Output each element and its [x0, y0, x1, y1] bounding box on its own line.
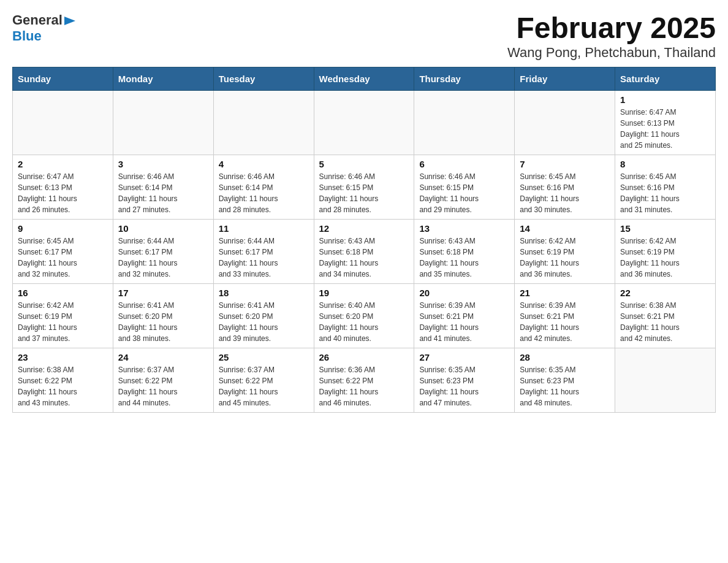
- calendar-day-cell: [213, 90, 314, 155]
- calendar-table: SundayMondayTuesdayWednesdayThursdayFrid…: [12, 67, 716, 413]
- day-info: Sunrise: 6:45 AM Sunset: 6:16 PM Dayligh…: [620, 171, 710, 215]
- day-info: Sunrise: 6:35 AM Sunset: 6:23 PM Dayligh…: [520, 364, 610, 408]
- day-info: Sunrise: 6:43 AM Sunset: 6:18 PM Dayligh…: [419, 236, 509, 280]
- calendar-week-row: 16Sunrise: 6:42 AM Sunset: 6:19 PM Dayli…: [13, 283, 716, 348]
- day-number: 12: [319, 223, 409, 234]
- day-info: Sunrise: 6:36 AM Sunset: 6:22 PM Dayligh…: [319, 364, 409, 408]
- calendar-day-cell: [13, 90, 113, 155]
- day-info: Sunrise: 6:40 AM Sunset: 6:20 PM Dayligh…: [319, 300, 409, 344]
- day-number: 17: [118, 288, 208, 298]
- calendar-day-cell: [615, 348, 716, 412]
- calendar-day-cell: [113, 90, 213, 155]
- day-number: 6: [419, 159, 509, 169]
- day-number: 26: [319, 352, 409, 362]
- day-number: 23: [18, 352, 108, 362]
- calendar-header-cell: Wednesday: [314, 67, 414, 90]
- calendar-day-cell: 25Sunrise: 6:37 AM Sunset: 6:22 PM Dayli…: [213, 348, 314, 412]
- day-info: Sunrise: 6:44 AM Sunset: 6:17 PM Dayligh…: [118, 236, 208, 280]
- calendar-day-cell: 10Sunrise: 6:44 AM Sunset: 6:17 PM Dayli…: [113, 219, 213, 283]
- logo-general-text: General: [12, 12, 63, 28]
- page-title: February 2025: [507, 12, 716, 45]
- day-number: 13: [419, 223, 509, 234]
- calendar-day-cell: 16Sunrise: 6:42 AM Sunset: 6:19 PM Dayli…: [13, 283, 113, 348]
- calendar-header-cell: Saturday: [615, 67, 716, 90]
- day-info: Sunrise: 6:39 AM Sunset: 6:21 PM Dayligh…: [419, 300, 509, 344]
- calendar-day-cell: 23Sunrise: 6:38 AM Sunset: 6:22 PM Dayli…: [13, 348, 113, 412]
- day-number: 8: [620, 159, 710, 169]
- calendar-day-cell: 7Sunrise: 6:45 AM Sunset: 6:16 PM Daylig…: [515, 155, 615, 219]
- calendar-day-cell: 5Sunrise: 6:46 AM Sunset: 6:15 PM Daylig…: [314, 155, 414, 219]
- calendar-day-cell: 24Sunrise: 6:37 AM Sunset: 6:22 PM Dayli…: [113, 348, 213, 412]
- calendar-day-cell: 8Sunrise: 6:45 AM Sunset: 6:16 PM Daylig…: [615, 155, 716, 219]
- calendar-header-cell: Thursday: [414, 67, 515, 90]
- calendar-week-row: 2Sunrise: 6:47 AM Sunset: 6:13 PM Daylig…: [13, 155, 716, 219]
- logo-blue-text: Blue: [12, 28, 42, 44]
- svg-marker-0: [64, 17, 75, 25]
- day-info: Sunrise: 6:38 AM Sunset: 6:22 PM Dayligh…: [18, 364, 108, 408]
- day-info: Sunrise: 6:45 AM Sunset: 6:16 PM Dayligh…: [520, 171, 610, 215]
- calendar-week-row: 23Sunrise: 6:38 AM Sunset: 6:22 PM Dayli…: [13, 348, 716, 412]
- calendar-day-cell: 27Sunrise: 6:35 AM Sunset: 6:23 PM Dayli…: [414, 348, 515, 412]
- day-info: Sunrise: 6:47 AM Sunset: 6:13 PM Dayligh…: [18, 171, 108, 215]
- day-info: Sunrise: 6:42 AM Sunset: 6:19 PM Dayligh…: [620, 236, 710, 280]
- day-number: 25: [219, 352, 309, 362]
- day-info: Sunrise: 6:46 AM Sunset: 6:14 PM Dayligh…: [118, 171, 208, 215]
- calendar-day-cell: 4Sunrise: 6:46 AM Sunset: 6:14 PM Daylig…: [213, 155, 314, 219]
- calendar-header-row: SundayMondayTuesdayWednesdayThursdayFrid…: [13, 67, 716, 90]
- day-info: Sunrise: 6:46 AM Sunset: 6:15 PM Dayligh…: [419, 171, 509, 215]
- calendar-day-cell: 22Sunrise: 6:38 AM Sunset: 6:21 PM Dayli…: [615, 283, 716, 348]
- day-info: Sunrise: 6:47 AM Sunset: 6:13 PM Dayligh…: [620, 107, 710, 151]
- calendar-day-cell: 21Sunrise: 6:39 AM Sunset: 6:21 PM Dayli…: [515, 283, 615, 348]
- calendar-header-cell: Monday: [113, 67, 213, 90]
- day-info: Sunrise: 6:42 AM Sunset: 6:19 PM Dayligh…: [18, 300, 108, 344]
- calendar-day-cell: 26Sunrise: 6:36 AM Sunset: 6:22 PM Dayli…: [314, 348, 414, 412]
- calendar-header-cell: Friday: [515, 67, 615, 90]
- day-number: 24: [118, 352, 208, 362]
- page-header: General Blue February 2025 Wang Pong, Ph…: [12, 12, 716, 61]
- day-info: Sunrise: 6:41 AM Sunset: 6:20 PM Dayligh…: [219, 300, 309, 344]
- calendar-day-cell: 13Sunrise: 6:43 AM Sunset: 6:18 PM Dayli…: [414, 219, 515, 283]
- title-area: February 2025 Wang Pong, Phetchabun, Tha…: [507, 12, 716, 61]
- calendar-day-cell: 15Sunrise: 6:42 AM Sunset: 6:19 PM Dayli…: [615, 219, 716, 283]
- calendar-day-cell: [314, 90, 414, 155]
- day-number: 7: [520, 159, 610, 169]
- page-subtitle: Wang Pong, Phetchabun, Thailand: [507, 45, 716, 61]
- calendar-day-cell: 17Sunrise: 6:41 AM Sunset: 6:20 PM Dayli…: [113, 283, 213, 348]
- calendar-header-cell: Sunday: [13, 67, 113, 90]
- calendar-header-cell: Tuesday: [213, 67, 314, 90]
- calendar-day-cell: 12Sunrise: 6:43 AM Sunset: 6:18 PM Dayli…: [314, 219, 414, 283]
- day-number: 14: [520, 223, 610, 234]
- day-info: Sunrise: 6:46 AM Sunset: 6:14 PM Dayligh…: [219, 171, 309, 215]
- day-number: 27: [419, 352, 509, 362]
- day-number: 20: [419, 288, 509, 298]
- logo: General Blue: [12, 12, 77, 44]
- day-number: 1: [620, 94, 710, 105]
- day-info: Sunrise: 6:37 AM Sunset: 6:22 PM Dayligh…: [219, 364, 309, 408]
- calendar-day-cell: 14Sunrise: 6:42 AM Sunset: 6:19 PM Dayli…: [515, 219, 615, 283]
- day-info: Sunrise: 6:43 AM Sunset: 6:18 PM Dayligh…: [319, 236, 409, 280]
- day-number: 2: [18, 159, 108, 169]
- day-info: Sunrise: 6:37 AM Sunset: 6:22 PM Dayligh…: [118, 364, 208, 408]
- calendar-day-cell: 20Sunrise: 6:39 AM Sunset: 6:21 PM Dayli…: [414, 283, 515, 348]
- calendar-day-cell: 3Sunrise: 6:46 AM Sunset: 6:14 PM Daylig…: [113, 155, 213, 219]
- calendar-week-row: 9Sunrise: 6:45 AM Sunset: 6:17 PM Daylig…: [13, 219, 716, 283]
- day-info: Sunrise: 6:46 AM Sunset: 6:15 PM Dayligh…: [319, 171, 409, 215]
- calendar-day-cell: 28Sunrise: 6:35 AM Sunset: 6:23 PM Dayli…: [515, 348, 615, 412]
- day-number: 5: [319, 159, 409, 169]
- calendar-week-row: 1Sunrise: 6:47 AM Sunset: 6:13 PM Daylig…: [13, 90, 716, 155]
- calendar-day-cell: 18Sunrise: 6:41 AM Sunset: 6:20 PM Dayli…: [213, 283, 314, 348]
- calendar-day-cell: 1Sunrise: 6:47 AM Sunset: 6:13 PM Daylig…: [615, 90, 716, 155]
- day-number: 9: [18, 223, 108, 234]
- calendar-day-cell: [515, 90, 615, 155]
- day-number: 10: [118, 223, 208, 234]
- day-number: 19: [319, 288, 409, 298]
- day-number: 22: [620, 288, 710, 298]
- day-info: Sunrise: 6:35 AM Sunset: 6:23 PM Dayligh…: [419, 364, 509, 408]
- calendar-day-cell: 2Sunrise: 6:47 AM Sunset: 6:13 PM Daylig…: [13, 155, 113, 219]
- calendar-day-cell: [414, 90, 515, 155]
- day-number: 3: [118, 159, 208, 169]
- day-number: 21: [520, 288, 610, 298]
- day-number: 18: [219, 288, 309, 298]
- day-info: Sunrise: 6:38 AM Sunset: 6:21 PM Dayligh…: [620, 300, 710, 344]
- calendar-day-cell: 9Sunrise: 6:45 AM Sunset: 6:17 PM Daylig…: [13, 219, 113, 283]
